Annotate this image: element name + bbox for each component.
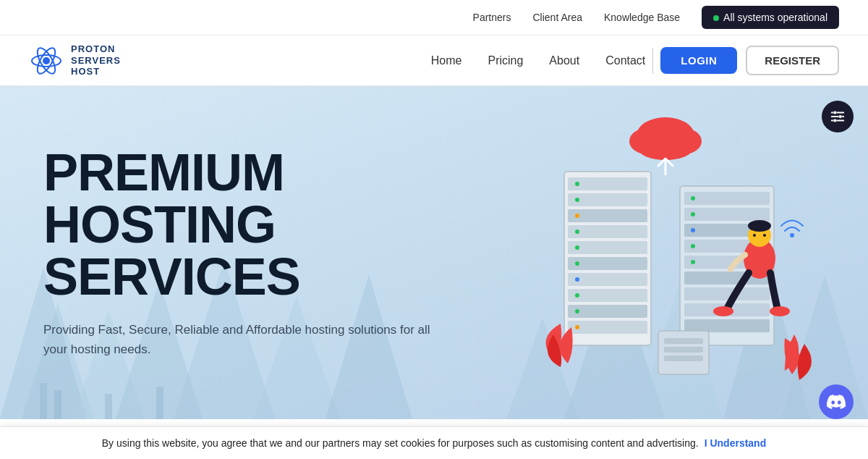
svg-point-69	[638, 137, 693, 160]
svg-point-78	[790, 233, 794, 237]
discord-icon	[827, 392, 846, 411]
svg-rect-49	[684, 208, 770, 221]
svg-rect-54	[684, 287, 770, 300]
svg-point-77	[770, 306, 790, 316]
main-nav: PROTON SERVERS HOST Home Pricing About C…	[0, 35, 868, 86]
svg-rect-29	[568, 209, 647, 222]
svg-point-44	[575, 293, 579, 298]
nav-about[interactable]: About	[549, 54, 579, 67]
register-button[interactable]: REGISTER	[746, 46, 839, 75]
svg-rect-30	[568, 225, 647, 238]
svg-point-75	[763, 234, 766, 237]
status-dot	[713, 15, 719, 21]
svg-rect-48	[684, 192, 770, 205]
svg-rect-63	[664, 338, 703, 344]
partners-link[interactable]: Partners	[473, 12, 511, 23]
svg-point-43	[575, 277, 579, 282]
svg-rect-31	[568, 241, 647, 254]
svg-rect-33	[568, 273, 647, 286]
discord-button[interactable]	[819, 384, 854, 419]
controls-button[interactable]	[822, 101, 854, 132]
svg-point-76	[713, 306, 733, 316]
nav-buttons: LOGIN REGISTER	[660, 46, 839, 75]
svg-point-37	[575, 182, 579, 186]
svg-rect-22	[831, 120, 844, 122]
svg-rect-27	[568, 177, 647, 190]
svg-rect-64	[664, 347, 703, 353]
svg-point-60	[691, 244, 695, 248]
hero-section: PREMIUM HOSTING SERVICES Providing Fast,…	[0, 86, 868, 419]
svg-point-45	[575, 309, 579, 313]
svg-point-58	[691, 212, 695, 216]
svg-point-61	[691, 260, 695, 264]
svg-rect-28	[568, 193, 647, 206]
nav-contact[interactable]: Contact	[605, 54, 645, 67]
svg-point-40	[575, 230, 579, 234]
svg-point-42	[575, 261, 579, 266]
svg-rect-34	[568, 289, 647, 302]
nav-links: Home Pricing About Contact	[431, 54, 646, 67]
svg-point-24	[838, 115, 842, 119]
nav-home[interactable]: Home	[431, 54, 462, 67]
svg-rect-65	[664, 355, 703, 361]
svg-point-38	[575, 198, 579, 202]
svg-point-73	[748, 220, 771, 232]
svg-point-59	[691, 228, 695, 232]
hero-title: PREMIUM HOSTING SERVICES	[43, 146, 441, 303]
knowledge-base-link[interactable]: Knowledge Base	[604, 12, 680, 23]
nav-pricing[interactable]: Pricing	[488, 54, 523, 67]
logo-icon	[29, 43, 64, 78]
svg-rect-32	[568, 257, 647, 270]
svg-rect-36	[568, 321, 647, 334]
server-illustration	[521, 114, 825, 392]
svg-rect-35	[568, 305, 647, 318]
logo-link[interactable]: PROTON SERVERS HOST	[29, 43, 121, 78]
svg-point-25	[833, 119, 837, 122]
svg-point-57	[691, 196, 695, 201]
svg-rect-20	[831, 112, 844, 114]
svg-point-39	[575, 214, 579, 218]
logo-text: PROTON SERVERS HOST	[71, 43, 121, 77]
controls-icon	[830, 109, 846, 125]
top-bar: Partners Client Area Knowledge Base All …	[0, 0, 868, 35]
systems-status-badge: All systems operational	[702, 6, 839, 29]
svg-point-46	[575, 325, 579, 329]
svg-point-41	[575, 245, 579, 250]
hero-content: PREMIUM HOSTING SERVICES Providing Fast,…	[0, 103, 470, 403]
svg-point-23	[833, 111, 837, 114]
login-button[interactable]: LOGIN	[660, 47, 737, 74]
svg-point-74	[753, 234, 756, 237]
svg-point-0	[43, 57, 50, 64]
nav-divider	[652, 48, 653, 74]
client-area-link[interactable]: Client Area	[532, 12, 582, 23]
hero-subtitle: Providing Fast, Secure, Reliable and Aff…	[43, 320, 441, 359]
svg-rect-21	[831, 116, 844, 117]
